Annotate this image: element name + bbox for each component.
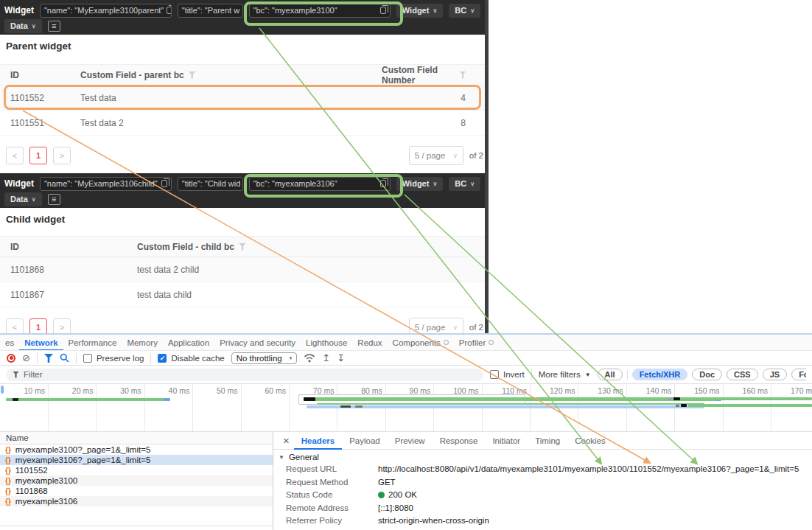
- copy-icon[interactable]: [380, 7, 386, 14]
- filter-funnel-icon[interactable]: [189, 72, 196, 79]
- devtools-tab-memory[interactable]: Memory: [122, 335, 163, 351]
- header-field-text: GET: [378, 478, 396, 487]
- devtools-tab-profiler[interactable]: Profiler: [454, 335, 499, 351]
- request-row[interactable]: {}myexample3100?_page=1&_limit=5: [0, 444, 273, 455]
- widget-dropdown[interactable]: Widget∨: [396, 4, 443, 18]
- widget-title-input[interactable]: "title": "Child wid: [178, 177, 243, 191]
- devtools-tab-privacy-and-security[interactable]: Privacy and security: [214, 335, 301, 351]
- filter-pill-all[interactable]: All: [598, 369, 623, 380]
- page-size-select[interactable]: 5 / page∨: [409, 146, 463, 165]
- filter-pill-doc[interactable]: Doc: [692, 369, 722, 380]
- detail-tab-response[interactable]: Response: [433, 432, 486, 450]
- tab-label: Performance: [69, 338, 117, 347]
- header-field-key: Remote Address: [286, 503, 378, 512]
- timeline-tick-label: 20 ms: [49, 386, 93, 395]
- waterfall-tick: [13, 398, 18, 401]
- request-list-header[interactable]: Name: [0, 432, 273, 444]
- header-field-row: Remote Address[::1]:8080: [273, 503, 812, 517]
- search-icon[interactable]: [60, 353, 69, 363]
- page-1-button[interactable]: 1: [29, 147, 47, 164]
- copy-icon[interactable]: [380, 180, 386, 187]
- detail-tab-headers[interactable]: Headers: [294, 432, 342, 450]
- widget-dropdown[interactable]: Widget∨: [396, 177, 443, 191]
- chevron-down-icon: ∨: [470, 181, 475, 187]
- table-row[interactable]: 1101867 test data child: [0, 282, 485, 307]
- table-row[interactable]: 1101868 test data 2 child: [0, 257, 485, 282]
- general-section-header[interactable]: ▼ General: [273, 450, 812, 464]
- request-list-panel: Name {}myexample3100?_page=1&_limit=5{}m…: [0, 432, 273, 530]
- chevron-down-icon: ∨: [453, 324, 458, 331]
- detail-tab-timing[interactable]: Timing: [528, 432, 567, 450]
- filter-pill-fetch-xhr[interactable]: Fetch/XHR: [632, 369, 688, 380]
- header-field-value: 200 OK: [378, 490, 417, 499]
- network-conditions-icon[interactable]: [304, 353, 315, 363]
- bc-dropdown[interactable]: BC∨: [449, 4, 480, 18]
- request-name: 1101552: [15, 466, 48, 475]
- next-page-button[interactable]: >: [53, 147, 71, 164]
- json-icon: {}: [5, 467, 11, 475]
- data-dropdown[interactable]: Data∨: [4, 192, 42, 206]
- disable-cache-checkbox[interactable]: ✓: [158, 354, 167, 363]
- detail-tab-bar: × HeadersPayloadPreviewResponseInitiator…: [273, 432, 812, 450]
- detail-tab-preview[interactable]: Preview: [388, 432, 433, 450]
- request-row[interactable]: {}1101552: [0, 465, 273, 475]
- import-har-icon[interactable]: ↥: [322, 353, 330, 363]
- filter-pill-font[interactable]: Font: [791, 369, 806, 380]
- throttling-select[interactable]: No throttling▾: [231, 352, 298, 364]
- copy-icon[interactable]: [167, 7, 172, 14]
- waterfall-tick: [355, 405, 363, 408]
- devtools-tab-network[interactable]: Network: [19, 335, 63, 351]
- detail-tab-initiator[interactable]: Initiator: [485, 432, 528, 450]
- close-icon[interactable]: ×: [279, 434, 294, 447]
- table-row[interactable]: 1101552 Test data 4: [0, 86, 485, 111]
- export-har-icon[interactable]: ↧: [337, 353, 345, 363]
- widget-bc-input[interactable]: "bc": "myexample3100": [249, 4, 391, 18]
- clear-icon[interactable]: ⊘: [22, 353, 30, 363]
- data-dropdown[interactable]: Data∨: [4, 19, 42, 33]
- prev-page-button[interactable]: <: [6, 147, 24, 164]
- request-row[interactable]: {}myexample3106: [0, 496, 273, 506]
- filter-icon[interactable]: [44, 354, 53, 363]
- chevron-down-icon: ∨: [32, 196, 36, 203]
- header-field-key: Status Code: [286, 490, 378, 499]
- record-button[interactable]: [7, 354, 15, 363]
- filter-funnel-icon[interactable]: [460, 72, 466, 79]
- detail-tab-cookies[interactable]: Cookies: [567, 432, 613, 450]
- filter-funnel-icon[interactable]: [239, 243, 246, 251]
- child-widget-toolbar: Widget "name": "MyExample3106child" "tit…: [0, 173, 485, 208]
- filter-pill-css[interactable]: CSS: [727, 369, 758, 380]
- widget-name-input[interactable]: "name": "MyExample3106child": [40, 177, 172, 191]
- chevron-down-icon: ▼: [585, 372, 591, 378]
- waterfall-bar-lightblue: [307, 405, 704, 408]
- devtools-tab-application[interactable]: Application: [163, 335, 214, 351]
- tab-label: Memory: [127, 338, 158, 347]
- request-name: myexample3100?_page=1&_limit=5: [15, 445, 150, 454]
- network-filter-input[interactable]: Filter: [6, 369, 483, 381]
- invert-checkbox[interactable]: [490, 370, 499, 379]
- copy-icon[interactable]: [161, 180, 167, 187]
- json-icon: {}: [5, 487, 11, 495]
- chevron-down-icon: ∨: [470, 7, 475, 14]
- widget-title-input[interactable]: "title": "Parent w: [178, 4, 243, 18]
- preserve-log-checkbox[interactable]: [83, 354, 92, 363]
- menu-icon[interactable]: ≡: [48, 21, 60, 32]
- menu-icon[interactable]: ≡: [48, 194, 60, 205]
- filter-pill-js[interactable]: JS: [763, 369, 787, 380]
- widget-bc-input[interactable]: "bc": "myexample3106": [249, 177, 391, 191]
- waterfall-bar-green: [688, 404, 812, 407]
- table-row[interactable]: 1101551 Test data 2 8: [0, 111, 485, 136]
- devtools-tab-performance[interactable]: Performance: [63, 335, 122, 351]
- detail-tab-payload[interactable]: Payload: [342, 432, 388, 450]
- widget-name-input[interactable]: "name": "MyExample3100parent": [40, 4, 172, 18]
- network-overview-timeline[interactable]: 10 ms20 ms30 ms40 ms50 ms60 ms70 ms80 ms…: [0, 384, 812, 432]
- column-header-custom-field: Custom Field - parent bc: [80, 70, 184, 80]
- request-row[interactable]: {}myexample3106?_page=1&_limit=5: [0, 455, 273, 465]
- bc-dropdown[interactable]: BC∨: [449, 177, 480, 191]
- devtools-tab-lighthouse[interactable]: Lighthouse: [301, 335, 352, 351]
- devtools-tab-es[interactable]: es: [0, 335, 19, 351]
- more-filters-button[interactable]: More filters▼: [539, 370, 591, 379]
- request-row[interactable]: {}myexample3100: [0, 475, 273, 486]
- devtools-tab-redux[interactable]: Redux: [352, 335, 387, 351]
- devtools-tab-components[interactable]: Components: [388, 335, 454, 351]
- request-row[interactable]: {}1101868: [0, 486, 273, 496]
